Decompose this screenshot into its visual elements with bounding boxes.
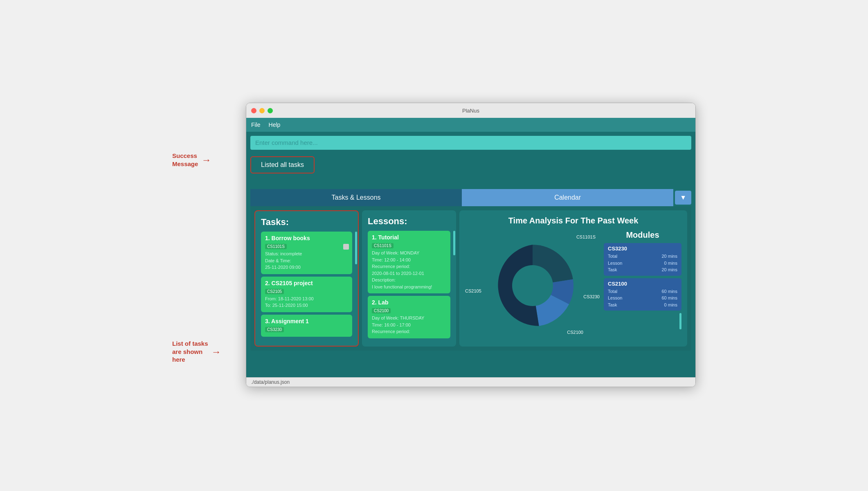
module-cs3230-lesson-row: Lesson 0 mins bbox=[608, 260, 677, 267]
tab-dropdown[interactable]: ▼ bbox=[675, 191, 691, 205]
modules-title: Modules bbox=[604, 230, 681, 240]
statusbar-path: ./data/planus.json bbox=[251, 379, 290, 385]
pie-label-cs2105: CS2105 bbox=[465, 288, 481, 293]
lesson-1-day: Day of Week: MONDAY bbox=[372, 250, 446, 257]
pie-section: CS1101S CS3230 CS2100 CS2105 bbox=[465, 230, 600, 341]
svg-point-0 bbox=[512, 265, 553, 306]
command-area bbox=[250, 136, 691, 150]
task-card-2: 2. CS2105 project CS2105 From: 18-11-202… bbox=[261, 277, 352, 312]
analysis-content: CS1101S CS3230 CS2100 CS2105 Modules CS3… bbox=[465, 230, 681, 341]
module-cs3230-name: CS3230 bbox=[608, 246, 677, 252]
module-card-cs3230: CS3230 Total 20 mins Lesson 0 mins bbox=[604, 243, 681, 276]
success-message-box: Listed all tasks bbox=[250, 156, 315, 173]
success-annotation-arrow: → bbox=[201, 154, 211, 166]
lesson-2-module: CS2100 bbox=[372, 308, 391, 313]
titlebar: PlaNus bbox=[246, 103, 695, 118]
lesson-card-1: 1. Tutorial CS1101S Day of Week: MONDAY … bbox=[368, 231, 450, 293]
modules-section: Modules CS3230 Total 20 mins Lesson bbox=[604, 230, 681, 341]
task-1-checkbox[interactable] bbox=[343, 244, 349, 250]
module-cs3230-task-row: Task 20 mins bbox=[608, 266, 677, 273]
analysis-title: Time Analysis For The Past Week bbox=[465, 216, 681, 225]
task-1-datetime-label: Date & Time: bbox=[265, 257, 348, 264]
lesson-1-time: Time: 12:00 - 14:00 bbox=[372, 257, 446, 264]
list-annotation-arrow: → bbox=[211, 346, 221, 358]
lesson-1-recurrence-label: Recurrence period: bbox=[372, 263, 446, 270]
module-cs2100-total-row: Total 60 mins bbox=[608, 288, 677, 295]
lessons-title: Lessons: bbox=[368, 216, 450, 227]
module-cs2100-task-row: Task 0 mins bbox=[608, 302, 677, 309]
lesson-2-title: 2. Lab bbox=[372, 299, 446, 306]
lesson-1-recurrence: 2020-08-01 to 2020-12-01 bbox=[372, 270, 446, 277]
tasks-panel: Tasks: 1. Borrow books CS1101S Status: i… bbox=[254, 210, 359, 347]
list-annotation: List of tasksare shownhere → bbox=[172, 340, 242, 364]
module-card-cs2100: CS2100 Total 60 mins Lesson 60 mins bbox=[604, 278, 681, 311]
module-cs2100-name: CS2100 bbox=[608, 281, 677, 287]
task-3-module: CS3230 bbox=[265, 327, 284, 332]
lesson-2-day: Day of Week: THURSDAY bbox=[372, 315, 446, 322]
main-content: Listed all tasks Tasks & Lessons Calenda… bbox=[246, 132, 695, 377]
tab-calendar[interactable]: Calendar bbox=[462, 189, 673, 206]
lesson-1-desc: I love functional programming! bbox=[372, 284, 446, 291]
modules-scrollbar[interactable] bbox=[679, 313, 681, 329]
app-title: PlaNus bbox=[462, 108, 479, 114]
menubar: File Help bbox=[246, 118, 695, 132]
module-cs2100-lesson-row: Lesson 60 mins bbox=[608, 295, 677, 302]
pie-label-cs1101s: CS1101S bbox=[576, 234, 596, 239]
success-message-text: Listed all tasks bbox=[261, 161, 304, 168]
success-annotation-text: SuccessMessage bbox=[172, 152, 198, 168]
annotations: SuccessMessage → List of tasksare shownh… bbox=[172, 103, 246, 388]
lesson-1-title: 1. Tutorial bbox=[372, 234, 446, 241]
lesson-card-2: 2. Lab CS2100 Day of Week: THURSDAY Time… bbox=[368, 296, 450, 338]
tasks-scrollbar[interactable] bbox=[355, 232, 357, 264]
success-annotation: SuccessMessage → bbox=[172, 152, 242, 168]
task-card-3: 3. Assignment 1 CS3230 bbox=[261, 315, 352, 337]
list-annotation-text: List of tasksare shownhere bbox=[172, 340, 208, 364]
panels-row: Tasks: 1. Borrow books CS1101S Status: i… bbox=[250, 206, 691, 351]
minimize-button[interactable] bbox=[259, 108, 265, 113]
task-3-title: 3. Assignment 1 bbox=[265, 318, 348, 324]
statusbar: ./data/planus.json bbox=[246, 377, 695, 387]
maximize-button[interactable] bbox=[268, 108, 273, 113]
task-card-1: 1. Borrow books CS1101S Status: incomple… bbox=[261, 232, 352, 274]
lesson-1-desc-label: Description: bbox=[372, 277, 446, 284]
tab-tasks-lessons[interactable]: Tasks & Lessons bbox=[250, 189, 462, 206]
pie-chart bbox=[492, 245, 573, 327]
task-2-title: 2. CS2105 project bbox=[265, 280, 348, 286]
success-area: Listed all tasks bbox=[250, 153, 691, 186]
lesson-2-recurrence-label: Recurrence period: bbox=[372, 328, 446, 335]
tabs-container: Tasks & Lessons Calendar ▼ bbox=[250, 189, 691, 206]
task-2-module: CS2105 bbox=[265, 289, 284, 294]
task-2-from: From: 18-11-2020 13:00 bbox=[265, 295, 348, 302]
pie-label-cs2100: CS2100 bbox=[567, 330, 583, 335]
pie-label-cs3230: CS3230 bbox=[583, 294, 600, 299]
menu-file[interactable]: File bbox=[251, 122, 261, 128]
lesson-2-time: Time: 16:00 - 17:00 bbox=[372, 322, 446, 329]
task-1-module: CS1101S bbox=[265, 244, 287, 249]
analysis-panel: Time Analysis For The Past Week bbox=[459, 210, 687, 347]
menu-help[interactable]: Help bbox=[269, 122, 281, 128]
lessons-panel: Lessons: 1. Tutorial CS1101S Day of Week… bbox=[362, 210, 456, 347]
task-1-status: Status: incomplete bbox=[265, 250, 348, 257]
task-2-to: To: 25-11-2020 15:00 bbox=[265, 302, 348, 309]
task-1-datetime: 25-11-2020 09:00 bbox=[265, 264, 348, 271]
traffic-lights bbox=[251, 108, 273, 113]
tasks-title: Tasks: bbox=[261, 217, 352, 227]
lesson-1-module: CS1101S bbox=[372, 243, 394, 248]
task-1-title: 1. Borrow books bbox=[265, 235, 348, 241]
app-window: PlaNus File Help Listed all tasks Tasks … bbox=[246, 103, 696, 387]
command-input[interactable] bbox=[255, 139, 686, 146]
module-cs3230-total-row: Total 20 mins bbox=[608, 253, 677, 260]
close-button[interactable] bbox=[251, 108, 256, 113]
lessons-scrollbar[interactable] bbox=[453, 231, 455, 255]
